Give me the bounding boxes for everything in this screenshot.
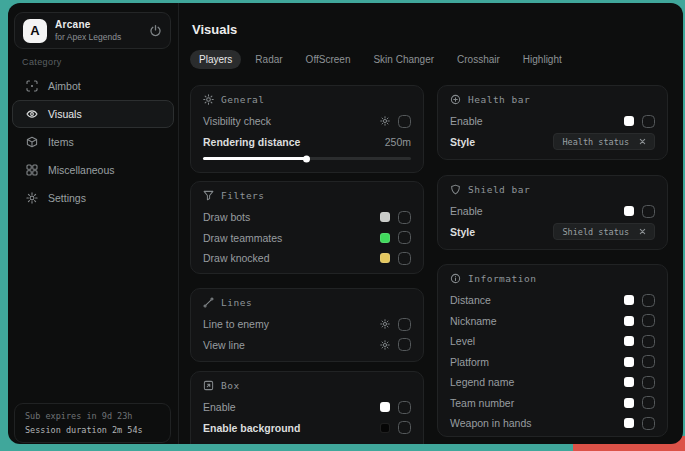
- tab-bar: Players Radar OffScreen Skin Changer Cro…: [190, 50, 571, 69]
- sub-expires-text: Sub expires in 9d 23h: [25, 411, 160, 421]
- draw-teammates-row: Draw teammates: [203, 228, 411, 249]
- legend-name-checkbox[interactable]: [642, 376, 655, 389]
- color-swatch[interactable]: [624, 418, 634, 428]
- shield-icon: [450, 184, 461, 195]
- shield-bar-card-header: Shield bar: [450, 184, 655, 195]
- lines-card-header: Lines: [203, 297, 411, 308]
- box-enable-checkbox[interactable]: [398, 401, 411, 414]
- health-icon: [450, 94, 461, 105]
- app-window: A Arcane for Apex Legends Category Aimbo…: [8, 3, 683, 444]
- sidebar-item-items[interactable]: Items: [12, 128, 174, 156]
- color-swatch[interactable]: [380, 402, 390, 412]
- close-icon[interactable]: [639, 138, 646, 145]
- filters-card-header: Filters: [203, 190, 411, 201]
- platform-checkbox[interactable]: [642, 355, 655, 368]
- settings-gear-icon[interactable]: [380, 116, 390, 126]
- select-value: Health status: [562, 137, 629, 147]
- close-icon[interactable]: [639, 228, 646, 235]
- tab-players[interactable]: Players: [190, 50, 241, 69]
- color-swatch[interactable]: [624, 316, 634, 326]
- health-bar-card-header: Health bar: [450, 94, 655, 105]
- draw-bots-row: Draw bots: [203, 207, 411, 228]
- legend-name-row: Legend name: [450, 372, 655, 393]
- level-checkbox[interactable]: [642, 335, 655, 348]
- health-enable-checkbox[interactable]: [642, 115, 655, 128]
- section-title: General: [221, 94, 265, 105]
- visibility-check-checkbox[interactable]: [398, 115, 411, 128]
- level-row: Level: [450, 331, 655, 352]
- session-duration-text: Session duration 2m 54s: [25, 425, 160, 435]
- tab-radar[interactable]: Radar: [246, 50, 291, 69]
- slider-fill[interactable]: [203, 157, 307, 160]
- shield-enable-checkbox[interactable]: [642, 205, 655, 218]
- settings-gear-icon[interactable]: [380, 340, 390, 350]
- draw-knocked-checkbox[interactable]: [398, 252, 411, 265]
- line-to-enemy-checkbox[interactable]: [398, 318, 411, 331]
- general-card: General Visibility check Rendering dista…: [190, 85, 424, 173]
- funnel-icon: [203, 190, 214, 201]
- box-enable-background-checkbox[interactable]: [398, 421, 411, 434]
- color-swatch[interactable]: [624, 336, 634, 346]
- sidebar-item-label: Aimbot: [48, 80, 81, 92]
- box-card: Box Enable Enable background: [190, 371, 424, 444]
- color-swatch[interactable]: [624, 377, 634, 387]
- sidebar-item-label: Settings: [48, 192, 86, 204]
- distance-checkbox[interactable]: [642, 294, 655, 307]
- color-swatch[interactable]: [624, 357, 634, 367]
- rendering-distance-slider[interactable]: [203, 157, 411, 160]
- information-card: Information Distance Nickname: [437, 264, 668, 437]
- sidebar-item-settings[interactable]: Settings: [12, 184, 174, 212]
- row-label: Draw knocked: [203, 252, 270, 264]
- shield-style-select[interactable]: Shield status: [553, 223, 655, 240]
- row-label: Distance: [450, 294, 491, 306]
- app-logo: A: [23, 19, 47, 43]
- box-enable-background-row: Enable background: [203, 418, 411, 439]
- team-number-checkbox[interactable]: [642, 396, 655, 409]
- section-title: Box: [221, 380, 240, 391]
- row-label: Line to enemy: [203, 318, 269, 330]
- row-label: Platform: [450, 356, 489, 368]
- sidebar: A Arcane for Apex Legends Category Aimbo…: [8, 3, 178, 444]
- color-swatch[interactable]: [624, 206, 634, 216]
- weapon-in-hands-checkbox[interactable]: [642, 417, 655, 430]
- health-style-select[interactable]: Health status: [553, 133, 655, 150]
- sidebar-item-label: Visuals: [48, 108, 82, 120]
- section-title: Health bar: [468, 94, 530, 105]
- color-swatch[interactable]: [380, 253, 390, 263]
- sidebar-item-visuals[interactable]: Visuals: [12, 100, 174, 128]
- tab-crosshair[interactable]: Crosshair: [448, 50, 509, 69]
- box-icon: [203, 380, 214, 391]
- color-swatch[interactable]: [380, 233, 390, 243]
- tab-skin-changer[interactable]: Skin Changer: [364, 50, 443, 69]
- tab-offscreen[interactable]: OffScreen: [297, 50, 360, 69]
- unload-power-icon[interactable]: [149, 24, 162, 37]
- row-label: Style: [450, 226, 475, 238]
- row-label: Nickname: [450, 315, 497, 327]
- sidebar-item-aimbot[interactable]: Aimbot: [12, 72, 174, 100]
- platform-row: Platform: [450, 352, 655, 373]
- section-title: Filters: [221, 190, 265, 201]
- settings-gear-icon[interactable]: [380, 319, 390, 329]
- select-value: Shield status: [562, 227, 629, 237]
- line-to-enemy-row: Line to enemy: [203, 314, 411, 335]
- color-swatch[interactable]: [624, 398, 634, 408]
- grid-icon: [26, 164, 38, 176]
- subscription-info-card: Sub expires in 9d 23h Session duration 2…: [14, 403, 171, 443]
- sidebar-item-label: Items: [48, 136, 74, 148]
- tab-highlight[interactable]: Highlight: [514, 50, 571, 69]
- box-enable-row: Enable: [203, 397, 411, 418]
- nickname-checkbox[interactable]: [642, 314, 655, 327]
- information-card-header: Information: [450, 273, 655, 284]
- sidebar-item-miscellaneous[interactable]: Miscellaneous: [12, 156, 174, 184]
- section-title: Lines: [221, 297, 252, 308]
- color-swatch[interactable]: [380, 212, 390, 222]
- shield-enable-row: Enable: [450, 201, 655, 222]
- draw-teammates-checkbox[interactable]: [398, 231, 411, 244]
- draw-bots-checkbox[interactable]: [398, 211, 411, 224]
- section-title: Shield bar: [468, 184, 530, 195]
- row-label: Level: [450, 335, 475, 347]
- color-swatch[interactable]: [624, 295, 634, 305]
- color-swatch[interactable]: [380, 423, 390, 433]
- color-swatch[interactable]: [624, 116, 634, 126]
- view-line-checkbox[interactable]: [398, 338, 411, 351]
